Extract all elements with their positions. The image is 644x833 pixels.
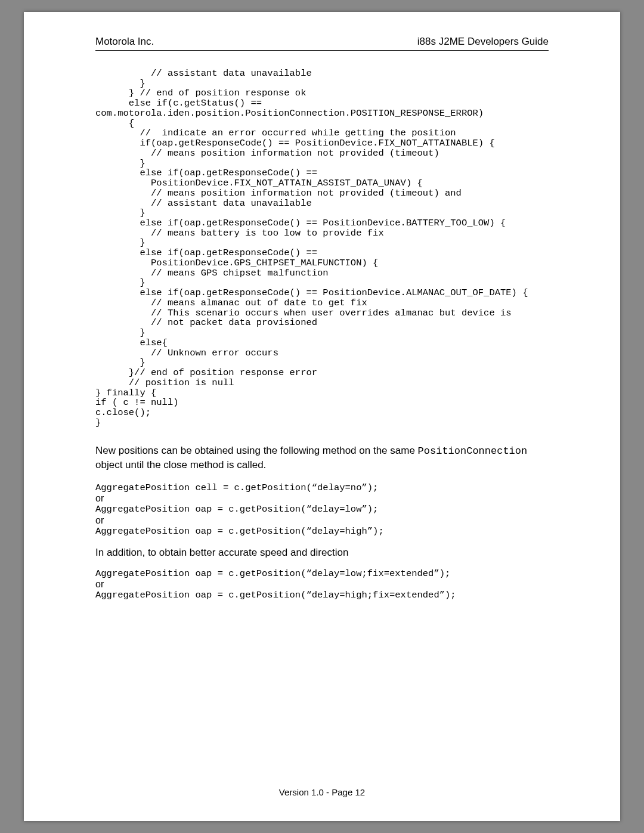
code-snippet-delay-low: AggregatePosition oap = c.getPosition(“d… <box>95 504 584 515</box>
code-snippet-delay-high: AggregatePosition oap = c.getPosition(“d… <box>95 526 584 537</box>
header-left: Motorola Inc. <box>95 36 154 48</box>
paragraph-text-a: New positions can be obtained using the … <box>95 445 418 456</box>
document-page: Motorola Inc. i88s J2ME Developers Guide… <box>24 12 620 821</box>
page-footer: Version 1.0 - Page 12 <box>24 787 620 797</box>
or-label-1: or <box>95 493 584 504</box>
paragraph-speed-direction: In addition, to obtain better accurate s… <box>95 546 549 559</box>
paragraph-text-b: object until the close method is called. <box>95 459 266 470</box>
code-snippet-delay-no: AggregatePosition cell = c.getPosition(“… <box>95 482 584 494</box>
header-right: i88s J2ME Developers Guide <box>417 36 549 48</box>
code-snippet-low-extended: AggregatePosition oap = c.getPosition(“d… <box>95 568 584 580</box>
or-label-3: or <box>95 579 584 590</box>
paragraph-new-positions: New positions can be obtained using the … <box>95 444 549 471</box>
page-header: Motorola Inc. i88s J2ME Developers Guide <box>60 36 584 48</box>
code-block-main: // assistant data unavailable } } // end… <box>95 69 584 428</box>
inline-code-positionconnection: PositionConnection <box>418 445 528 457</box>
or-label-2: or <box>95 515 584 526</box>
code-snippet-high-extended: AggregatePosition oap = c.getPosition(“d… <box>95 590 584 601</box>
header-divider <box>95 50 549 51</box>
